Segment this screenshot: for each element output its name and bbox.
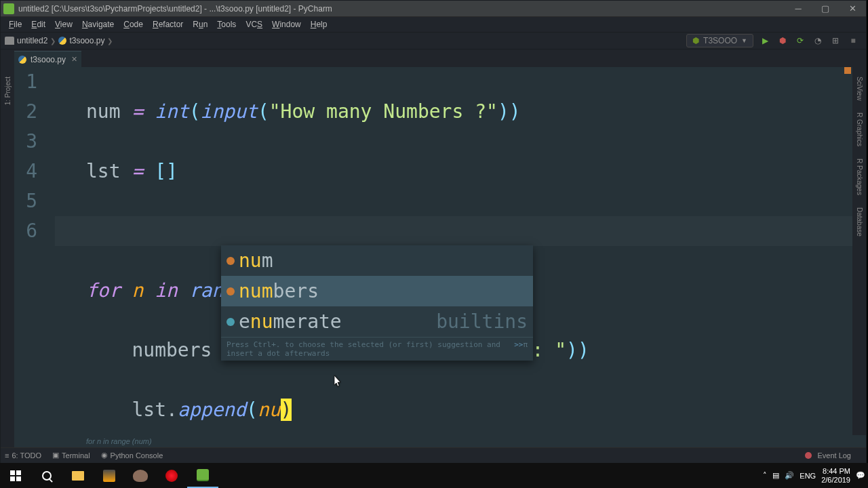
menu-tools[interactable]: Tools [213,18,240,30]
attach-button[interactable]: ⊞ [828,33,843,48]
debug-button[interactable]: ⬢ [775,33,790,48]
app-icon [3,3,14,14]
taskbar-explorer[interactable] [62,463,94,488]
line-number[interactable]: 4 [14,157,37,186]
minimize-button[interactable]: ─ [785,1,812,17]
sciview-tool-button[interactable]: SciView [856,74,863,103]
todo-tool-button[interactable]: ≡ 6: TODO [5,451,41,460]
editor-tabs: t3sooo.py ✕ [14,49,866,67]
close-button[interactable]: ✕ [839,1,866,17]
system-tray[interactable]: ˄ ▤ 🔊 ENG 8:44 PM 2/6/2019 💬 [763,467,868,485]
run-config-selector[interactable]: ⬢ T3SOOO ▼ [686,34,753,47]
coverage-button[interactable]: ⟳ [793,33,808,48]
line-number[interactable]: 5 [14,186,37,216]
menu-navigate[interactable]: Navigate [78,18,118,30]
tray-clock[interactable]: 8:44 PM 2/6/2019 [821,467,850,485]
terminal-tool-button[interactable]: ▣ Terminal [52,451,90,460]
menu-file[interactable]: File [5,18,26,30]
python-file-icon [58,37,66,45]
stop-button[interactable]: ■ [846,33,861,48]
tray-language[interactable]: ENG [800,472,816,480]
menu-run[interactable]: Run [189,18,212,30]
event-log-button[interactable]: Event Log [805,451,851,460]
folder-icon [5,37,14,45]
tray-notifications-icon[interactable]: 💬 [856,471,865,480]
chevron-icon: ❯ [50,37,56,45]
bottom-toolbar: ≡ 6: TODO ▣ Terminal ◉ Python Console Ev… [1,447,866,462]
line-number[interactable]: 3 [14,127,37,157]
completion-item-num[interactable]: num [221,245,533,276]
svg-rect-0 [10,470,15,475]
windows-taskbar[interactable]: ˄ ▤ 🔊 ENG 8:44 PM 2/6/2019 💬 [0,463,868,488]
left-toolbar: 1: Project [1,67,14,435]
taskbar-pycharm[interactable] [187,463,218,488]
error-stripe-icon[interactable] [844,67,851,74]
svg-rect-2 [10,476,15,481]
breadcrumb-file[interactable]: t3sooo.py [69,36,104,45]
navigation-bar: untitled2 ❯ t3sooo.py ❯ ⬢ T3SOOO ▼ ▶ ⬢ ⟳… [1,32,866,49]
taskbar-opera[interactable] [156,463,187,488]
menu-vcs[interactable]: VCS [241,18,267,30]
completion-item-enumerate[interactable]: enumerate builtins [221,306,533,337]
rgraphics-tool-button[interactable]: R Graphics [856,110,863,149]
tray-volume-icon[interactable]: 🔊 [785,471,794,480]
start-button[interactable] [0,463,31,488]
tray-network-icon[interactable]: ▤ [772,471,779,480]
python-file-icon [18,56,26,64]
line-number[interactable]: 1 [14,67,37,97]
rpackages-tool-button[interactable]: R Packages [856,156,863,198]
right-toolbar: SciView R Graphics R Packages Database [852,67,866,435]
taskbar-gimp[interactable] [125,463,156,488]
builtin-icon [226,318,235,326]
titlebar[interactable]: untitled2 [C:\Users\t3so\PycharmProjects… [1,1,866,17]
chevron-icon: ❯ [107,37,113,45]
context-info: for n in range (num) [14,435,866,447]
menu-edit[interactable]: Edit [27,18,50,30]
python-console-button[interactable]: ◉ Python Console [101,451,163,460]
taskbar-sublime[interactable] [94,463,125,488]
line-number[interactable]: 6 [14,216,37,246]
menu-window[interactable]: Window [268,18,305,30]
breadcrumb-project[interactable]: untitled2 [17,36,47,45]
menu-help[interactable]: Help [307,18,332,30]
menu-code[interactable]: Code [119,18,147,30]
code-editor[interactable]: 1 2 3 4 5 6 num = int(input("How many Nu… [14,67,852,435]
line-number[interactable]: 2 [14,97,37,127]
run-button[interactable]: ▶ [757,33,772,48]
gutter[interactable]: 1 2 3 4 5 6 [14,67,55,435]
completion-hint: Press Ctrl+. to choose the selected (or … [221,337,533,361]
menu-refactor[interactable]: Refactor [149,18,187,30]
maximize-button[interactable]: ▢ [812,1,839,17]
tab-t3sooo[interactable]: t3sooo.py ✕ [14,51,81,67]
menu-view[interactable]: View [51,18,77,30]
svg-rect-1 [16,470,21,475]
window-title: untitled2 [C:\Users\t3so\PycharmProjects… [18,4,332,14]
profile-button[interactable]: ◔ [810,33,825,48]
variable-icon [226,287,235,296]
completion-item-numbers[interactable]: numbers [221,276,533,306]
tray-chevron-icon[interactable]: ˄ [763,471,767,480]
database-tool-button[interactable]: Database [856,205,863,239]
search-button[interactable] [31,463,62,488]
project-tool-button[interactable]: 1: Project [4,74,12,108]
variable-icon [226,257,235,265]
pi-icon[interactable]: π [523,340,528,358]
svg-rect-3 [16,476,21,481]
menubar: File Edit View Navigate Code Refactor Ru… [1,17,866,32]
close-tab-icon[interactable]: ✕ [71,55,77,64]
completion-popup[interactable]: num numbers enumerate builtins Press Ctr… [221,245,533,361]
